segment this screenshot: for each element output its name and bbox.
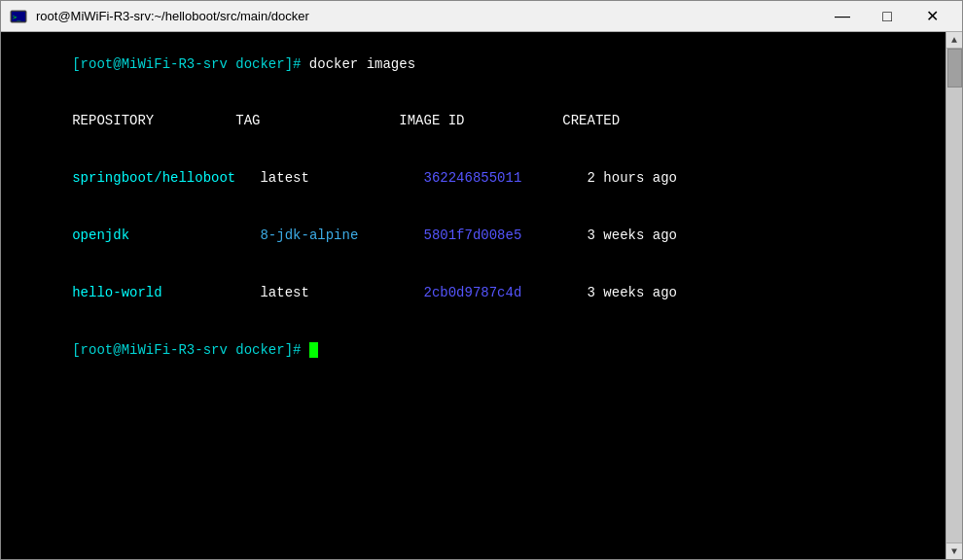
id-2: 5801f7d008e5 [424,228,588,243]
scroll-down-button[interactable]: ▼ [946,542,962,559]
new-prompt-text: [root@MiWiFi-R3-srv docker]# [72,342,309,358]
terminal-cursor [309,342,318,358]
spacer-2 [235,228,260,243]
header-row: REPOSITORY TAG IMAGE ID CREATED [7,93,940,151]
col-tag: TAG [235,113,399,128]
scrollbar-thumb[interactable] [947,49,962,88]
id-3: 2cb0d9787c4d [424,285,588,300]
new-prompt-line: [root@MiWiFi-R3-srv docker]# [7,322,940,379]
spacer-3 [235,285,260,300]
created-3: 3 weeks ago [588,285,677,300]
terminal-window: >_ root@MiWiFi-R3-srv:~/helloboot/src/ma… [0,0,963,560]
col-created: CREATED [562,113,726,128]
id-1: 362246855011 [424,170,588,186]
repo-2: openjdk [72,228,235,243]
table-row: hello-world latest 2cb0d9787c4d 3 weeks … [7,264,940,322]
prompt-text: [root@MiWiFi-R3-srv docker]# [72,56,309,72]
spacer-1 [235,170,260,186]
terminal-output[interactable]: [root@MiWiFi-R3-srv docker]# docker imag… [1,32,945,559]
command-text: docker images [309,56,415,72]
tag-3: latest [260,285,423,300]
repo-3: hello-world [72,285,235,300]
tag-1: latest [260,170,423,186]
scrollbar[interactable]: ▲ ▼ [945,32,962,559]
table-row: openjdk 8-jdk-alpine 5801f7d008e5 3 week… [7,207,940,264]
svg-text:>_: >_ [13,14,21,21]
scroll-up-button[interactable]: ▲ [946,32,962,49]
window-icon: >_ [9,7,28,26]
scrollbar-track [946,49,962,542]
repo-1: springboot/helloboot [72,170,235,186]
command-line: [root@MiWiFi-R3-srv docker]# docker imag… [7,36,940,93]
minimize-button[interactable]: — [820,1,865,32]
title-bar: >_ root@MiWiFi-R3-srv:~/helloboot/src/ma… [1,1,962,32]
created-1: 2 hours ago [588,170,677,186]
close-button[interactable]: ✕ [910,1,954,32]
window-controls: — □ ✕ [820,1,954,32]
window-title: root@MiWiFi-R3-srv:~/helloboot/src/main/… [36,9,820,23]
col-repository: REPOSITORY [72,113,235,128]
created-2: 3 weeks ago [588,228,677,243]
tag-2: 8-jdk-alpine [260,228,423,243]
col-image-id: IMAGE ID [399,113,562,128]
table-row: springboot/helloboot latest 362246855011… [7,151,940,208]
terminal-area: [root@MiWiFi-R3-srv docker]# docker imag… [1,32,962,559]
maximize-button[interactable]: □ [865,1,910,32]
